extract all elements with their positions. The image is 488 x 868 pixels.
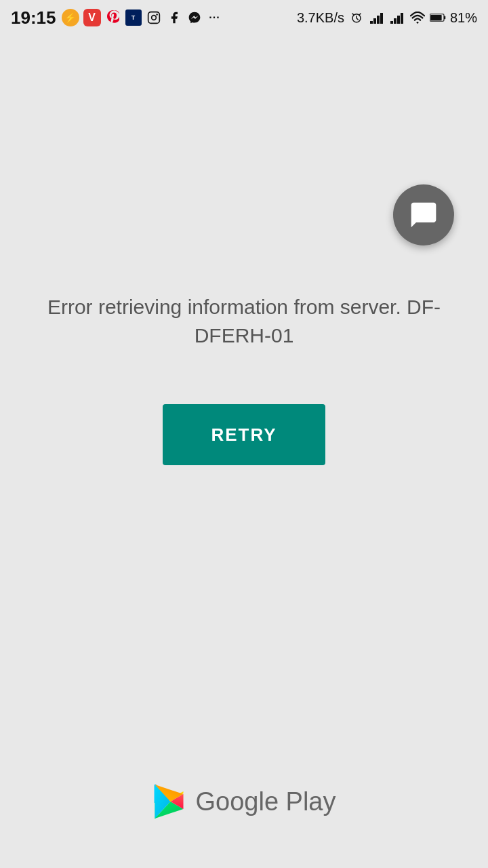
svg-rect-9 xyxy=(394,18,396,24)
status-left: 19:15 ⚡ V T xyxy=(11,7,223,28)
svg-rect-7 xyxy=(380,13,383,24)
error-message: Error retrieving information from server… xyxy=(41,293,447,350)
more-icon: ··· xyxy=(207,9,223,26)
chat-icon xyxy=(409,200,439,230)
pinterest-icon xyxy=(105,9,121,26)
svg-point-1 xyxy=(151,16,156,20)
instagram-icon xyxy=(146,9,162,26)
svg-rect-14 xyxy=(444,16,445,20)
status-right: 3.7KB/s xyxy=(297,9,477,26)
svg-rect-10 xyxy=(397,16,400,24)
signal-2-icon xyxy=(389,9,405,26)
svg-rect-6 xyxy=(377,16,380,24)
status-icons: ⚡ V T xyxy=(62,9,223,26)
svg-point-12 xyxy=(417,22,419,24)
google-play-footer: Google Play xyxy=(152,783,336,821)
svg-rect-11 xyxy=(401,13,403,24)
v-icon: V xyxy=(83,9,101,26)
network-speed: 3.7KB/s xyxy=(297,10,344,26)
svg-rect-8 xyxy=(390,21,393,24)
svg-rect-4 xyxy=(370,21,373,24)
battery-percent: 81% xyxy=(450,10,477,26)
signal-1-icon xyxy=(369,9,385,26)
battery-icon xyxy=(430,9,446,26)
bolt-icon: ⚡ xyxy=(62,9,79,26)
svg-rect-15 xyxy=(430,15,442,20)
chat-fab-button[interactable] xyxy=(393,184,454,245)
alarm-icon xyxy=(348,9,365,26)
svg-rect-0 xyxy=(148,12,159,24)
messenger-icon xyxy=(186,9,203,26)
facebook-icon xyxy=(166,9,182,26)
usatoday-icon: T xyxy=(125,9,142,26)
google-play-logo-icon xyxy=(152,783,186,821)
status-bar: 19:15 ⚡ V T xyxy=(0,0,488,35)
error-section: Error retrieving information from server… xyxy=(0,293,488,465)
status-time: 19:15 xyxy=(11,7,56,28)
svg-point-2 xyxy=(156,14,158,16)
wifi-icon xyxy=(409,9,426,26)
svg-rect-5 xyxy=(373,18,376,24)
retry-button[interactable]: RETRY xyxy=(163,404,325,465)
google-play-label: Google Play xyxy=(195,787,336,816)
main-content: Error retrieving information from server… xyxy=(0,35,488,868)
